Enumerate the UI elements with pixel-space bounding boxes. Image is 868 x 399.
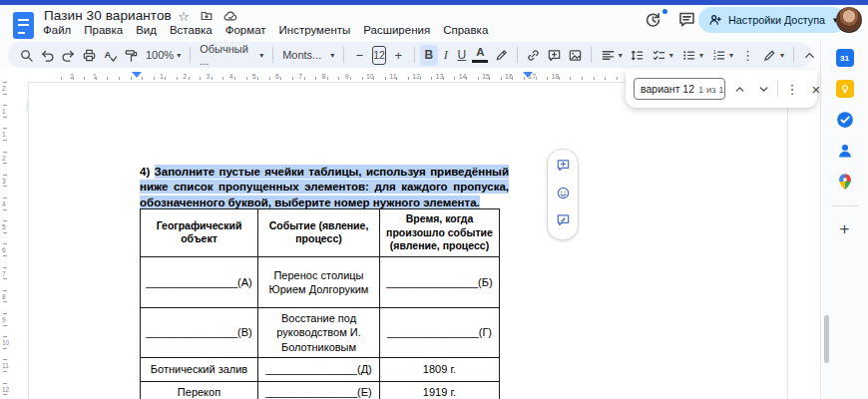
version-history-icon[interactable] (644, 10, 663, 30)
align-select[interactable]: ▾ (597, 48, 627, 63)
table-header-cell[interactable]: Событие (явление, процесс) (258, 209, 380, 257)
font-size-field[interactable]: 12 (372, 46, 386, 65)
question-paragraph[interactable]: 4) Заполните пустые ячейки таблицы, испо… (140, 165, 509, 211)
underline-button[interactable]: U (454, 45, 470, 66)
insert-link-icon[interactable] (523, 45, 544, 66)
menu-вставка[interactable]: Вставка (170, 24, 213, 36)
add-comment-icon[interactable] (556, 158, 571, 177)
table-cell[interactable]: _______________(Е) (258, 381, 380, 399)
table-cell[interactable]: _______________(Д) (258, 357, 380, 381)
table-cell[interactable]: Восстание под руководством И. Болотников… (258, 307, 380, 357)
spellcheck-icon[interactable]: A (100, 45, 121, 66)
menu-правка[interactable]: Правка (84, 24, 123, 36)
insert-image-icon[interactable] (565, 45, 586, 66)
menu-справка[interactable]: Справка (443, 24, 488, 36)
redo-icon[interactable] (58, 45, 79, 66)
find-previous-icon[interactable] (729, 79, 749, 99)
numbered-list-select[interactable]: 12 ▾ (707, 48, 737, 63)
font-caret-icon: ▾ (330, 51, 334, 60)
document-title[interactable]: Пазин 30 вариантов (44, 8, 172, 23)
left-indent-marker[interactable] (132, 72, 142, 78)
ruler-tick (3, 232, 7, 233)
menu-инструменты[interactable]: Инструменты (279, 24, 351, 36)
ruler-number: 8 (321, 73, 325, 80)
ruler-number: 5 (2, 223, 6, 230)
hide-menus-icon[interactable] (799, 45, 820, 66)
ruler-tick (3, 82, 7, 83)
insert-comment-icon[interactable] (544, 45, 565, 66)
text-color-button[interactable]: A (472, 47, 488, 63)
ruler-number: 7 (298, 73, 302, 80)
menu-файл[interactable]: Файл (43, 24, 71, 36)
table-cell[interactable]: _______________(А) (141, 256, 258, 307)
document-page[interactable]: 4) Заполните пустые ячейки таблицы, испо… (28, 82, 788, 399)
menu-расширения[interactable]: Расширения (363, 24, 430, 36)
table-header-cell[interactable]: Географический объект (141, 209, 258, 257)
ruler-number: 1 (160, 73, 164, 80)
table-header-cell[interactable]: Время, когда произошло событие (явление,… (380, 209, 500, 257)
table-cell[interactable]: Перенос столицы Юрием Долгоруким (258, 256, 380, 307)
find-next-icon[interactable] (753, 79, 773, 99)
bulleted-caret-icon: ▾ (699, 51, 703, 60)
account-avatar[interactable] (836, 7, 862, 33)
ruler-tick (3, 94, 7, 95)
vertical-scrollbar[interactable] (824, 315, 829, 363)
suggest-edits-icon[interactable] (556, 212, 571, 231)
cloud-status-icon[interactable] (222, 9, 238, 25)
document-table[interactable]: Географический объектСобытие (явление, п… (140, 208, 500, 399)
table-cell[interactable]: _______________(Г) (380, 307, 500, 357)
table-cell[interactable]: Ботнический залив (141, 357, 258, 381)
table-row: _______________(А)Перенос столицы Юрием … (141, 256, 500, 307)
add-addon-icon[interactable]: + (840, 221, 850, 237)
highlight-color-icon[interactable] (491, 45, 512, 66)
search-icon[interactable] (16, 45, 37, 66)
checklist-select[interactable]: ▾ (648, 48, 677, 63)
zoom-select[interactable]: 100% ▾ (142, 49, 185, 61)
table-cell[interactable]: 1809 г. (380, 357, 500, 381)
print-icon[interactable] (79, 45, 100, 66)
decrease-font-icon[interactable]: − (349, 45, 370, 66)
bold-button[interactable]: B (420, 45, 438, 66)
table-cell[interactable]: _______________(Б) (380, 256, 500, 307)
vertical-ruler[interactable]: 21123456789101112 (0, 82, 12, 399)
undo-icon[interactable] (37, 45, 58, 66)
italic-button[interactable]: I (438, 45, 454, 66)
ruler-tick (246, 77, 247, 80)
editing-mode-select[interactable]: ▾ (758, 48, 788, 63)
table-cell[interactable]: _______________(В) (141, 307, 258, 357)
toolbar-separator (591, 47, 592, 63)
line-spacing-icon[interactable] (627, 45, 648, 66)
table-cell[interactable]: Перекоп (141, 381, 258, 399)
docs-app-icon[interactable] (13, 12, 34, 39)
menu-вид[interactable]: Вид (136, 24, 157, 36)
bulleted-list-select[interactable]: ▾ (677, 48, 707, 63)
calendar-icon[interactable]: 31 (836, 49, 854, 67)
ruler-number: 10 (2, 339, 9, 346)
ruler-number: 4 (2, 200, 6, 207)
paint-format-icon[interactable] (121, 45, 142, 66)
paragraph-style-select[interactable]: Обычный ... ▾ (196, 43, 267, 67)
keep-icon[interactable] (836, 80, 854, 98)
ruler-tick (594, 77, 595, 80)
more-tools-icon[interactable]: ⋮ (737, 45, 758, 66)
ruler-tick (154, 77, 155, 80)
find-more-options-icon[interactable]: ⋮ (782, 79, 802, 99)
find-bar-separator (777, 81, 778, 97)
find-input[interactable]: вариант 12 1 из 1 (634, 78, 725, 100)
find-close-icon[interactable]: × (806, 79, 826, 99)
toolbar-separator (343, 47, 344, 63)
emoji-reaction-icon[interactable] (556, 186, 571, 204)
increase-font-icon[interactable]: + (388, 45, 409, 66)
table-cell[interactable]: 1919 г. (380, 381, 500, 399)
contacts-icon[interactable] (836, 142, 854, 160)
maps-icon[interactable] (836, 173, 854, 191)
menu-формат[interactable]: Формат (225, 24, 266, 36)
tasks-icon[interactable] (836, 111, 854, 129)
move-folder-icon[interactable] (199, 9, 215, 25)
font-select[interactable]: Monts... ▾ (278, 49, 338, 61)
share-button[interactable]: Настройки Доступа ▾ (698, 7, 846, 33)
ruler-tick (385, 77, 386, 80)
toolbar-separator (414, 47, 415, 63)
comments-icon[interactable] (677, 10, 697, 30)
star-icon[interactable]: ☆ (176, 9, 192, 25)
